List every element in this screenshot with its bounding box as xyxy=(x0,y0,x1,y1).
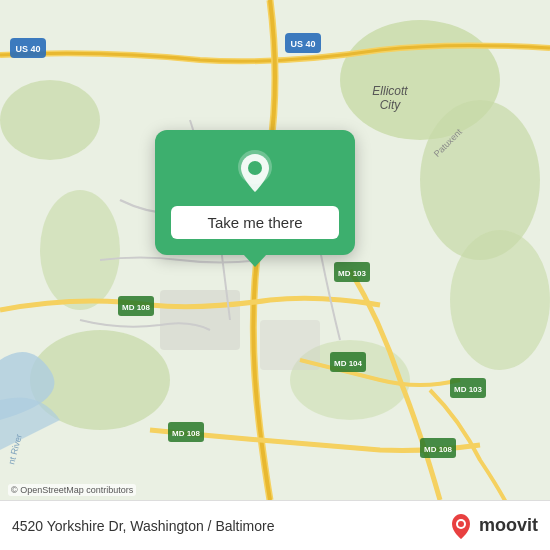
svg-text:City: City xyxy=(380,98,402,112)
footer-bar: 4520 Yorkshire Dr, Washington / Baltimor… xyxy=(0,500,550,550)
svg-text:MD 108: MD 108 xyxy=(172,429,201,438)
take-me-there-button[interactable]: Take me there xyxy=(171,206,339,239)
location-popup: Take me there xyxy=(155,130,355,255)
svg-text:MD 108: MD 108 xyxy=(424,445,453,454)
map-attribution: © OpenStreetMap contributors xyxy=(8,484,136,496)
svg-point-3 xyxy=(450,230,550,370)
svg-point-33 xyxy=(248,161,262,175)
svg-text:MD 103: MD 103 xyxy=(338,269,367,278)
svg-text:US 40: US 40 xyxy=(15,44,40,54)
svg-point-35 xyxy=(458,521,464,527)
location-pin-icon xyxy=(231,148,279,196)
moovit-logo: moovit xyxy=(447,512,538,540)
svg-text:Ellicott: Ellicott xyxy=(372,84,408,98)
svg-point-4 xyxy=(0,80,100,160)
moovit-text: moovit xyxy=(479,515,538,536)
address-label: 4520 Yorkshire Dr, Washington / Baltimor… xyxy=(12,518,447,534)
svg-text:MD 103: MD 103 xyxy=(454,385,483,394)
map-view: US 40 US 40 US 29 MD 108 MD 103 MD 104 M… xyxy=(0,0,550,500)
svg-text:MD 108: MD 108 xyxy=(122,303,151,312)
svg-text:MD 104: MD 104 xyxy=(334,359,363,368)
svg-text:US 40: US 40 xyxy=(290,39,315,49)
svg-point-5 xyxy=(40,190,120,310)
moovit-icon xyxy=(447,512,475,540)
